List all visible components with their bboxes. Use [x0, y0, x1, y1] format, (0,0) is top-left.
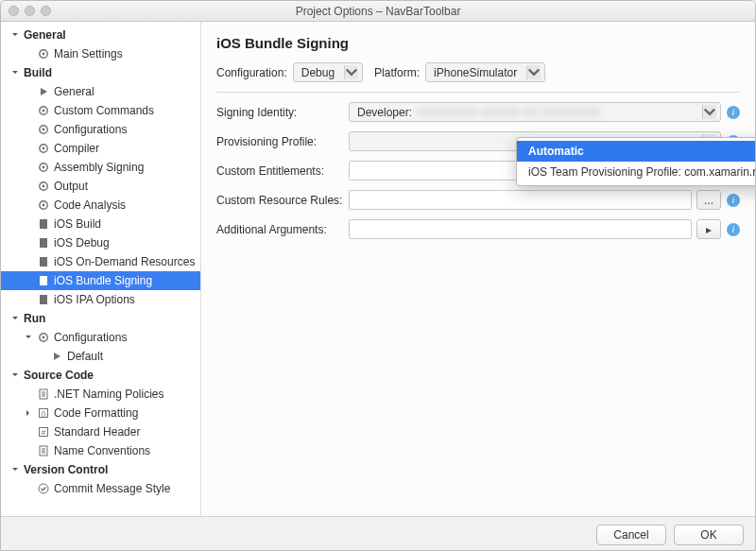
- sidebar-item-label: Default: [67, 350, 103, 364]
- zoom-icon[interactable]: [41, 6, 51, 16]
- svg-point-20: [43, 336, 45, 339]
- sidebar-item-label: Standard Header: [54, 425, 140, 439]
- sidebar-item-label: .NET Naming Policies: [54, 387, 163, 402]
- sidebar-item[interactable]: Compiler: [1, 139, 200, 158]
- svg-rect-17: [40, 276, 47, 285]
- sidebar-item[interactable]: Output: [1, 177, 200, 196]
- additional-arguments-row: Additional Arguments: ▸ i: [216, 219, 740, 239]
- signing-identity-select[interactable]: Developer: XXXXXXXX XXXXX XX XXXXXXXX: [349, 102, 721, 122]
- sidebar-item[interactable]: iOS On-Demand Resources: [1, 252, 200, 271]
- browse-button[interactable]: ...: [696, 190, 721, 210]
- chevron-right-icon: [24, 408, 33, 418]
- sidebar-item-label: Assembly Signing: [54, 161, 144, 175]
- chevron-down-icon: [344, 65, 358, 79]
- sidebar-item[interactable]: iOS Bundle Signing: [1, 271, 200, 290]
- svg-text:#: #: [42, 428, 46, 437]
- chevron-down-icon: [10, 68, 20, 77]
- cancel-button[interactable]: Cancel: [596, 525, 666, 545]
- check-icon: [37, 482, 50, 495]
- sidebar-item-label: iOS Bundle Signing: [54, 274, 152, 288]
- svg-point-3: [43, 110, 45, 112]
- sidebar-item[interactable]: Configurations: [1, 120, 200, 139]
- sidebar-item[interactable]: {}Code Formatting: [1, 404, 200, 422]
- box-icon: [37, 274, 50, 287]
- dropdown-option[interactable]: Automatic: [517, 141, 756, 162]
- custom-resource-rules-input[interactable]: [349, 190, 692, 210]
- sidebar-item-label: iOS On-Demand Resources: [54, 255, 195, 269]
- svg-rect-16: [40, 257, 47, 267]
- info-icon[interactable]: i: [727, 194, 740, 207]
- hash-icon: #: [37, 425, 50, 439]
- chevron-down-icon: [10, 465, 20, 474]
- chevron-down-icon: [526, 65, 541, 79]
- chevron-down-icon: [10, 30, 20, 40]
- page-title: iOS Bundle Signing: [216, 35, 740, 51]
- sidebar-item[interactable]: Main Settings: [1, 44, 200, 63]
- chevron-down-icon: [24, 333, 33, 342]
- svg-point-5: [43, 129, 45, 131]
- gear-icon: [37, 123, 50, 136]
- sidebar-item-label: Commit Message Style: [54, 482, 170, 496]
- sidebar-item-label: Output: [54, 180, 88, 194]
- platform-select[interactable]: iPhoneSimulator: [425, 62, 545, 82]
- sidebar-group-header[interactable]: Build: [1, 63, 200, 82]
- gear-icon: [37, 180, 50, 193]
- button-bar: Cancel OK: [1, 516, 755, 551]
- ok-button[interactable]: OK: [674, 525, 744, 545]
- titlebar: Project Options – NavBarToolbar: [1, 1, 755, 22]
- sidebar-item[interactable]: #Standard Header: [1, 422, 200, 441]
- sidebar-item-label: iOS Debug: [54, 236, 110, 250]
- sidebar-item[interactable]: General: [1, 82, 200, 101]
- signing-identity-label: Signing Identity:: [216, 106, 349, 119]
- svg-rect-18: [40, 295, 47, 304]
- svg-text:{}: {}: [42, 410, 46, 418]
- sidebar-group-header[interactable]: General: [1, 26, 200, 44]
- sidebar-item[interactable]: iOS Debug: [1, 233, 200, 252]
- sidebar-item[interactable]: Custom Commands: [1, 101, 200, 120]
- sidebar-item[interactable]: Name Conventions: [1, 441, 200, 460]
- custom-resource-rules-label: Custom Resource Rules:: [216, 194, 349, 207]
- svg-point-11: [43, 185, 45, 188]
- signing-identity-row: Signing Identity: Developer: XXXXXXXX XX…: [216, 102, 740, 122]
- sidebar-item-label: Name Conventions: [54, 444, 150, 458]
- panel: iOS Bundle Signing Configuration: Debug …: [201, 22, 755, 516]
- traffic-lights: [9, 6, 51, 16]
- sidebar-group-header[interactable]: Source Code: [1, 366, 200, 385]
- sidebar-item-label: General: [54, 85, 94, 99]
- sidebar-item[interactable]: Assembly Signing: [1, 158, 200, 177]
- doc-icon: [37, 444, 50, 457]
- additional-arguments-label: Additional Arguments:: [216, 223, 349, 236]
- minimize-icon[interactable]: [25, 6, 35, 16]
- sidebar-item[interactable]: .NET Naming Policies: [1, 385, 200, 404]
- gear-icon: [37, 161, 50, 174]
- chevron-down-icon: [10, 314, 20, 323]
- additional-arguments-input[interactable]: [349, 219, 692, 239]
- gear-icon: [37, 47, 50, 60]
- history-button[interactable]: ▸: [696, 219, 721, 239]
- sidebar-item-label: Custom Commands: [54, 104, 154, 118]
- sidebar-item[interactable]: Commit Message Style: [1, 479, 200, 498]
- sidebar-item-label: Configurations: [54, 331, 127, 345]
- svg-point-27: [39, 484, 48, 493]
- sidebar-item[interactable]: Default: [1, 347, 200, 366]
- sidebar-item[interactable]: Code Analysis: [1, 196, 200, 215]
- provisioning-profile-dropdown[interactable]: AutomaticiOS Team Provisioning Profile: …: [516, 137, 756, 186]
- sidebar-item-label: Configurations: [54, 123, 127, 137]
- sidebar-item[interactable]: iOS IPA Options: [1, 290, 200, 309]
- custom-resource-rules-row: Custom Resource Rules: ... i: [216, 190, 740, 210]
- configuration-select[interactable]: Debug: [293, 62, 363, 82]
- close-icon[interactable]: [9, 6, 19, 16]
- svg-rect-15: [40, 238, 47, 248]
- sidebar-group-header[interactable]: Version Control: [1, 460, 200, 479]
- gear-icon: [37, 104, 50, 117]
- sidebar-group-header[interactable]: Run: [1, 309, 200, 328]
- svg-point-13: [43, 204, 45, 207]
- dropdown-option[interactable]: iOS Team Provisioning Profile: com.xamar…: [517, 162, 756, 182]
- svg-point-9: [43, 166, 45, 169]
- info-icon[interactable]: i: [727, 223, 740, 236]
- sidebar-item[interactable]: Configurations: [1, 328, 200, 347]
- info-icon[interactable]: i: [727, 106, 740, 119]
- sidebar-item[interactable]: iOS Build: [1, 215, 200, 233]
- sidebar-item-label: iOS IPA Options: [54, 293, 135, 307]
- svg-point-1: [43, 53, 45, 56]
